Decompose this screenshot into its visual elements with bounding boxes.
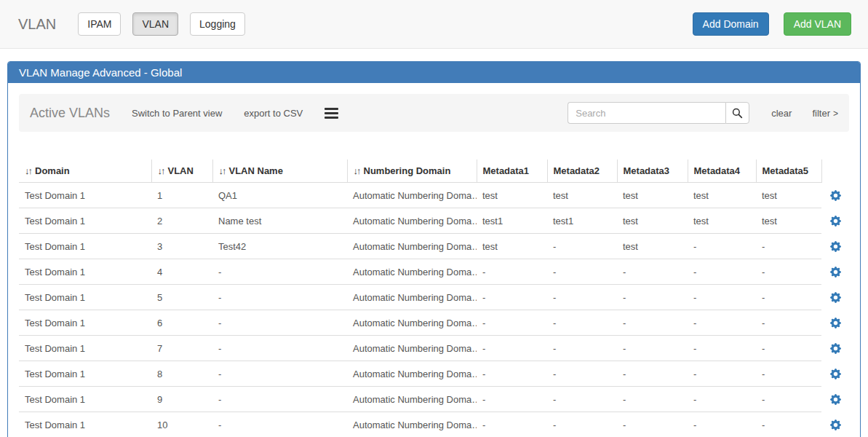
column-header-vlan[interactable]: ↓↑VLAN	[151, 160, 212, 183]
metadata1-cell: -	[477, 285, 547, 310]
gear-icon[interactable]	[830, 190, 841, 201]
metadata3-cell: -	[617, 412, 688, 437]
sort-icon: ↓↑	[25, 165, 31, 176]
metadata5-cell: -	[756, 412, 821, 437]
numbering-domain-cell: Automatic Numbering Doma…	[347, 361, 477, 387]
metadata3-cell: test	[617, 208, 688, 234]
vlan-name-cell: -	[212, 361, 347, 387]
column-label: Metadata5	[763, 165, 809, 176]
metadata2-cell: test1	[547, 208, 617, 234]
metadata2-cell: -	[547, 285, 617, 310]
numbering-domain-cell: Automatic Numbering Doma…	[347, 336, 477, 361]
gear-icon[interactable]	[830, 292, 841, 303]
domain-cell: Test Domain 1	[19, 387, 151, 412]
metadata4-cell: -	[688, 361, 756, 387]
column-label: VLAN	[168, 165, 194, 176]
top-navbar: VLAN IPAM VLAN Logging Add Domain Add VL…	[0, 0, 868, 49]
menu-icon[interactable]	[324, 108, 338, 119]
domain-cell: Test Domain 1	[19, 259, 151, 285]
metadata1-cell: -	[477, 336, 547, 361]
numbering-domain-cell: Automatic Numbering Doma…	[347, 183, 477, 208]
clear-filter-link[interactable]: clear	[771, 108, 792, 119]
column-label: Domain	[35, 165, 70, 176]
metadata3-cell: -	[617, 387, 688, 412]
chevron-right-icon: >	[833, 109, 838, 119]
table-row: Test Domain 17-Automatic Numbering Doma……	[19, 336, 849, 361]
metadata2-cell: test	[547, 183, 617, 208]
metadata3-cell: -	[617, 259, 688, 285]
vlan-manage-panel: VLAN Manage Advanced - Global Active VLA…	[7, 61, 861, 437]
domain-cell: Test Domain 1	[19, 183, 151, 208]
tab-ipam[interactable]: IPAM	[78, 12, 121, 36]
metadata1-cell: test	[477, 183, 547, 208]
domain-cell: Test Domain 1	[19, 336, 151, 361]
numbering-domain-cell: Automatic Numbering Doma…	[347, 208, 477, 234]
vlan-table-body: Test Domain 11QA1Automatic Numbering Dom…	[19, 183, 849, 437]
gear-icon[interactable]	[830, 267, 841, 277]
numbering-domain-cell: Automatic Numbering Doma…	[347, 387, 477, 412]
gear-icon[interactable]	[830, 318, 841, 328]
search-button[interactable]	[725, 102, 749, 124]
metadata1-cell: -	[477, 387, 547, 412]
menu-bar	[324, 112, 338, 114]
vlan-cell: 6	[151, 310, 212, 336]
search-group	[568, 102, 749, 124]
metadata3-cell: test	[617, 234, 688, 259]
vlan-cell: 5	[151, 285, 212, 310]
gear-icon[interactable]	[830, 343, 841, 354]
numbering-domain-cell: Automatic Numbering Doma…	[347, 234, 477, 259]
metadata2-cell: -	[547, 387, 617, 412]
gear-icon[interactable]	[830, 241, 841, 252]
domain-cell: Test Domain 1	[19, 208, 151, 234]
menu-bar	[324, 117, 338, 119]
gear-icon[interactable]	[830, 216, 841, 227]
vlan-name-cell: -	[212, 387, 347, 412]
vlan-cell: 2	[151, 208, 212, 234]
metadata5-cell: -	[756, 336, 821, 361]
row-actions-cell	[821, 310, 849, 336]
domain-cell: Test Domain 1	[19, 234, 151, 259]
column-label: Metadata4	[694, 165, 741, 176]
panel-header: VLAN Manage Advanced - Global	[8, 62, 860, 83]
tab-logging[interactable]: Logging	[190, 12, 245, 36]
vlan-name-cell: -	[212, 336, 347, 361]
metadata1-cell: test1	[477, 208, 547, 234]
metadata4-cell: -	[688, 387, 756, 412]
column-label: Metadata2	[554, 165, 600, 176]
column-header-domain[interactable]: ↓↑Domain	[19, 160, 151, 183]
vlan-cell: 4	[151, 259, 212, 285]
add-domain-button[interactable]: Add Domain	[693, 12, 769, 36]
row-actions-cell	[821, 259, 849, 285]
metadata4-cell: -	[688, 310, 756, 336]
vlan-name-cell: Test42	[212, 234, 347, 259]
gear-icon[interactable]	[830, 420, 841, 430]
filter-link[interactable]: filter>	[812, 108, 838, 119]
vlan-cell: 9	[151, 387, 212, 412]
table-row: Test Domain 12Name testAutomatic Numberi…	[19, 208, 849, 234]
gear-icon[interactable]	[830, 394, 841, 405]
metadata5-cell: -	[756, 361, 821, 387]
vlan-name-cell: -	[212, 259, 347, 285]
add-vlan-button[interactable]: Add VLAN	[784, 12, 851, 36]
search-input[interactable]	[568, 102, 725, 124]
metadata5-cell: -	[756, 234, 821, 259]
row-actions-cell	[821, 208, 849, 234]
metadata5-cell: -	[756, 387, 821, 412]
column-header-numbering-domain[interactable]: ↓↑Numbering Domain	[347, 160, 477, 183]
numbering-domain-cell: Automatic Numbering Doma…	[347, 285, 477, 310]
sort-icon: ↓↑	[219, 165, 226, 176]
metadata4-cell: -	[688, 285, 756, 310]
switch-parent-view-link[interactable]: Switch to Parent view	[132, 108, 222, 119]
export-csv-link[interactable]: export to CSV	[244, 108, 303, 119]
numbering-domain-cell: Automatic Numbering Doma…	[347, 259, 477, 285]
numbering-domain-cell: Automatic Numbering Doma…	[347, 310, 477, 336]
domain-cell: Test Domain 1	[19, 412, 151, 437]
metadata1-cell: -	[477, 310, 547, 336]
metadata3-cell: -	[617, 361, 688, 387]
tab-vlan[interactable]: VLAN	[132, 12, 178, 36]
table-row: Test Domain 13Test42Automatic Numbering …	[19, 234, 849, 259]
gear-icon[interactable]	[830, 369, 841, 379]
column-header-metadata5: Metadata5	[756, 160, 821, 183]
column-header-vlan-name[interactable]: ↓↑VLAN Name	[212, 160, 347, 183]
column-header-metadata2: Metadata2	[547, 160, 617, 183]
